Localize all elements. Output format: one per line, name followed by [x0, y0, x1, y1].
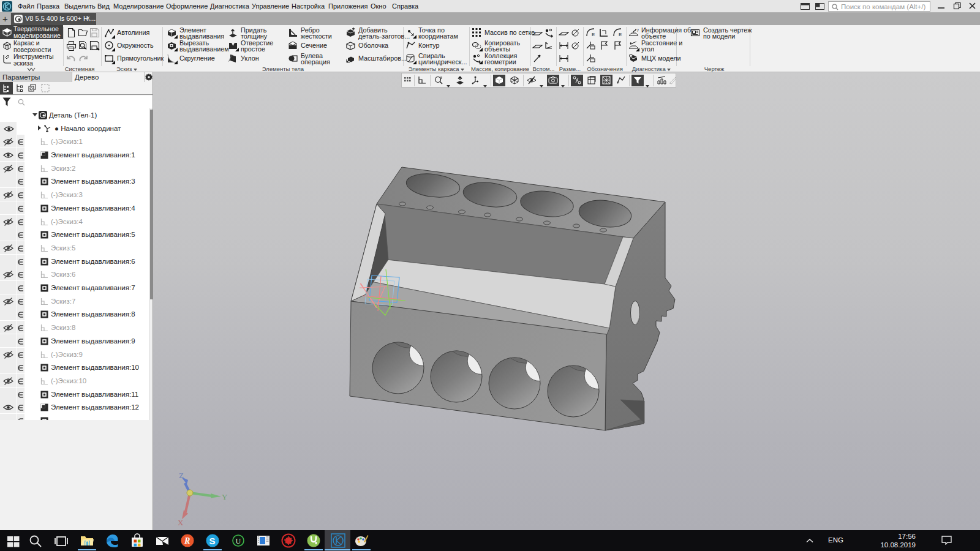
- svg-text:U: U: [236, 537, 241, 545]
- svg-text:Z: Z: [179, 471, 184, 480]
- svg-text:R: R: [184, 536, 190, 545]
- svg-text:E: E: [592, 32, 595, 37]
- svg-text:E: E: [619, 32, 622, 37]
- svg-text:?: ?: [636, 28, 639, 32]
- svg-text:S: S: [209, 536, 216, 546]
- svg-text:X: X: [178, 518, 184, 527]
- svg-text:Y: Y: [222, 492, 228, 501]
